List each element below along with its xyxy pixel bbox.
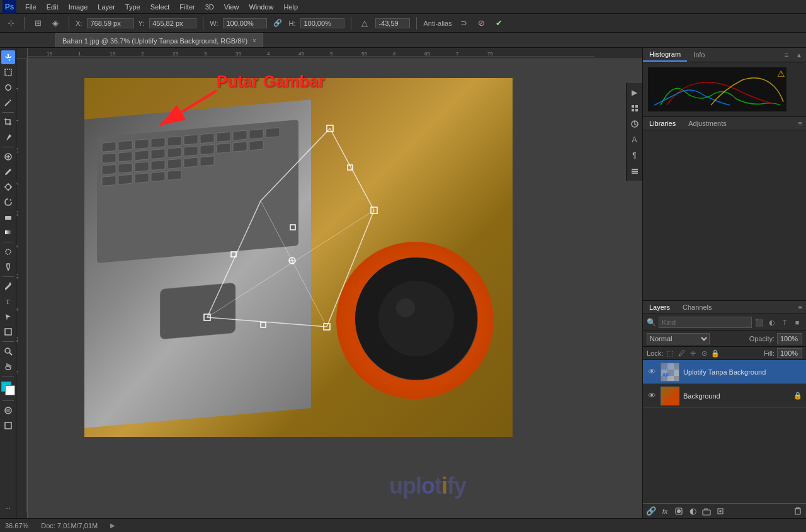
channels-tab[interactable]: Channels bbox=[676, 301, 718, 314]
delete-layer-icon[interactable] bbox=[792, 506, 803, 517]
commit-transform-icon[interactable]: ✔ bbox=[492, 16, 506, 30]
svg-rect-78 bbox=[167, 170, 181, 180]
svg-rect-122 bbox=[795, 509, 800, 514]
histogram-expand-btn[interactable]: ▲ bbox=[792, 49, 806, 61]
document-tab[interactable]: Bahan 1.jpg @ 36.7% (Uplotify Tanpa Back… bbox=[55, 33, 263, 47]
tab-bar: Bahan 1.jpg @ 36.7% (Uplotify Tanpa Back… bbox=[0, 33, 806, 48]
cancel-transform-icon[interactable]: ⊘ bbox=[475, 16, 489, 30]
hand-tool[interactable] bbox=[1, 359, 15, 373]
menu-3d[interactable]: 3D bbox=[200, 2, 219, 12]
crop-tool[interactable] bbox=[1, 115, 15, 129]
magic-wand-tool[interactable] bbox=[1, 96, 15, 110]
warp-icon[interactable]: ⊃ bbox=[457, 16, 471, 30]
select-rect-tool[interactable] bbox=[1, 65, 15, 79]
lib-adj-options[interactable]: ≡ bbox=[798, 120, 806, 127]
filter-shape-icon[interactable]: ■ bbox=[792, 317, 802, 327]
dodge-tool[interactable] bbox=[1, 260, 15, 274]
menu-view[interactable]: View bbox=[219, 2, 244, 12]
lock-artboard-icon[interactable]: ⊙ bbox=[700, 349, 708, 358]
histogram-tab[interactable]: Histogram bbox=[643, 48, 687, 62]
svg-rect-66 bbox=[249, 140, 263, 150]
lock-position-icon[interactable]: ✛ bbox=[688, 349, 697, 358]
more-tools[interactable]: ... bbox=[1, 499, 15, 513]
add-mask-icon[interactable] bbox=[673, 506, 684, 517]
lock-all-icon[interactable]: 🔒 bbox=[711, 349, 720, 358]
layers-panel-options[interactable]: ≡ bbox=[798, 303, 806, 311]
document-close-button[interactable]: × bbox=[253, 37, 256, 44]
menu-edit[interactable]: Edit bbox=[42, 2, 64, 12]
svg-rect-46 bbox=[102, 142, 116, 152]
canvas-area: 15 1 15 2 25 3 35 4 45 5 55 6 65 7 75 bbox=[16, 48, 642, 518]
eraser-tool[interactable] bbox=[1, 210, 15, 224]
new-layer-icon[interactable] bbox=[715, 506, 726, 517]
menu-select[interactable]: Select bbox=[145, 2, 175, 12]
panel-history-btn[interactable]: ▶ bbox=[628, 86, 642, 99]
blur-tool[interactable] bbox=[1, 245, 15, 259]
link-icon[interactable]: 🔗 bbox=[271, 16, 285, 30]
svg-rect-106 bbox=[632, 173, 638, 174]
svg-rect-60 bbox=[151, 149, 165, 159]
panel-chars-btn[interactable]: A bbox=[628, 133, 642, 147]
layers-tab[interactable]: Layers bbox=[643, 301, 676, 314]
text-tool[interactable]: T bbox=[1, 295, 15, 308]
lock-transparent-icon[interactable]: ⬚ bbox=[666, 349, 674, 358]
doc-info: Doc: 7,01M/7,01M bbox=[41, 522, 98, 529]
heal-tool[interactable] bbox=[1, 150, 15, 164]
brush-tool[interactable] bbox=[1, 165, 15, 179]
lock-image-icon[interactable]: 🖊 bbox=[677, 349, 686, 358]
pen-tool[interactable] bbox=[1, 280, 15, 293]
menu-filter[interactable]: Filter bbox=[174, 2, 200, 12]
panel-adjustments-btn[interactable] bbox=[628, 117, 642, 131]
ruler-left: 5 1 15 2 25 3 35 4 45 5 bbox=[16, 59, 28, 518]
opacity-input[interactable] bbox=[777, 333, 802, 344]
menu-layer[interactable]: Layer bbox=[93, 2, 120, 12]
x-input[interactable] bbox=[87, 18, 134, 28]
filter-type-icon[interactable]: T bbox=[780, 317, 790, 327]
lasso-tool[interactable] bbox=[1, 81, 15, 94]
svg-rect-65 bbox=[233, 142, 247, 152]
svg-rect-100 bbox=[635, 105, 638, 108]
new-adjustment-icon[interactable]: ◐ bbox=[687, 506, 698, 517]
screen-mode-tool[interactable] bbox=[1, 419, 15, 433]
filter-pixel-icon[interactable]: ⬛ bbox=[754, 317, 764, 327]
menu-type[interactable]: Type bbox=[120, 2, 145, 12]
panel-para-btn[interactable]: ¶ bbox=[628, 149, 642, 162]
history-brush-tool[interactable] bbox=[1, 195, 15, 209]
layer-visibility-toggle[interactable]: 👁 bbox=[647, 367, 657, 377]
panel-content-btn[interactable] bbox=[628, 101, 642, 115]
fill-input[interactable] bbox=[777, 348, 802, 358]
histogram-panel-options[interactable]: ≡ bbox=[785, 51, 792, 59]
layer-item[interactable]: 👁 up Uplotify Tanpa Ba bbox=[643, 360, 806, 384]
clone-tool[interactable] bbox=[1, 180, 15, 194]
filter-adjust-icon[interactable]: ◐ bbox=[767, 317, 777, 327]
background-color[interactable] bbox=[5, 385, 15, 395]
w-input[interactable] bbox=[223, 18, 267, 28]
shape-tool[interactable] bbox=[1, 325, 15, 339]
adjustments-tab[interactable]: Adjustments bbox=[682, 117, 733, 130]
zoom-tool[interactable] bbox=[1, 344, 15, 358]
info-tab[interactable]: Info bbox=[687, 48, 711, 61]
panel-layers-btn[interactable] bbox=[628, 164, 642, 178]
status-arrow[interactable]: ▶ bbox=[110, 522, 115, 529]
y-input[interactable] bbox=[149, 18, 196, 28]
layer-item[interactable]: 👁 Background � bbox=[643, 384, 806, 408]
gradient-tool[interactable] bbox=[1, 225, 15, 239]
layer-fx-icon[interactable]: fx bbox=[659, 506, 671, 517]
layers-kind-input[interactable] bbox=[659, 317, 752, 328]
path-select-tool[interactable] bbox=[1, 310, 15, 324]
move-tool[interactable] bbox=[1, 50, 15, 64]
link-layers-icon[interactable]: 🔗 bbox=[645, 506, 657, 517]
h-input[interactable] bbox=[300, 18, 344, 28]
layer-visibility-toggle[interactable]: 👁 bbox=[647, 391, 657, 401]
eyedropper-tool[interactable] bbox=[1, 130, 15, 144]
blend-mode-select[interactable]: Normal bbox=[647, 333, 710, 344]
libraries-tab[interactable]: Libraries bbox=[643, 117, 682, 130]
color-swatch[interactable] bbox=[1, 382, 15, 395]
menu-help[interactable]: Help bbox=[279, 2, 304, 12]
menu-image[interactable]: Image bbox=[64, 2, 93, 12]
angle-input[interactable] bbox=[375, 18, 410, 28]
menu-window[interactable]: Window bbox=[244, 2, 278, 12]
new-group-icon[interactable] bbox=[701, 506, 712, 517]
menu-file[interactable]: File bbox=[20, 2, 42, 12]
quick-mask-tool[interactable] bbox=[1, 404, 15, 417]
